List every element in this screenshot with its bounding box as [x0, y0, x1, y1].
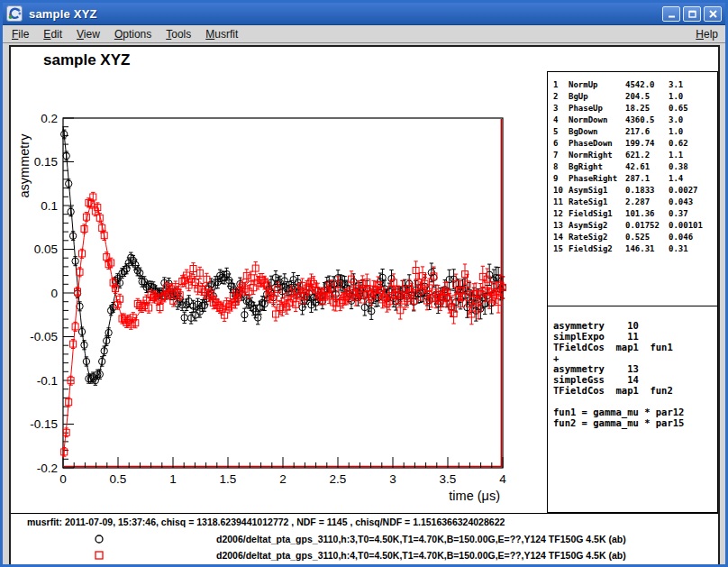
param-error: 1.0 — [669, 126, 717, 138]
param-name: NormRight — [569, 150, 625, 161]
maximize-button[interactable] — [683, 6, 701, 22]
app-window: sample XYZ FileEditViewOptionsToolsM — [0, 0, 728, 567]
param-error: 1.0 — [669, 91, 717, 103]
param-name: RateSig1 — [569, 197, 625, 208]
minimize-button[interactable] — [662, 6, 680, 22]
menu-edit[interactable]: Edit — [36, 26, 69, 42]
param-error: 0.31 — [669, 243, 717, 255]
param-name: PhaseUp — [569, 103, 625, 114]
menubar: FileEditViewOptionsToolsMusrfit Help — [3, 25, 725, 43]
param-row: 5BgDown217.61.0 — [553, 126, 717, 138]
param-row: 11RateSig12.2870.043 — [553, 197, 717, 208]
param-value: 0.1833 — [625, 185, 669, 197]
param-row: 9PhaseRight287.11.4 — [553, 173, 717, 185]
param-row: 7NormRight621.21.1 — [553, 150, 717, 161]
param-number: 11 — [553, 197, 569, 208]
y-tick-label: 0.05 — [34, 242, 58, 256]
menu-items-left: FileEditViewOptionsToolsMusrfit — [5, 26, 245, 42]
param-value: 18.25 — [625, 103, 669, 114]
theory-panel: asymmetry 10 simplExpo 11 TFieldCos map1… — [547, 306, 718, 513]
param-error: 0.38 — [669, 161, 717, 173]
window-controls — [662, 6, 722, 22]
param-name: AsymSig1 — [569, 185, 625, 197]
param-row: 15FieldSig2146.310.31 — [553, 243, 717, 255]
menu-items-right: Help — [688, 26, 725, 42]
close-button[interactable] — [704, 6, 722, 22]
square-marker-icon — [94, 550, 105, 561]
minimize-icon — [667, 9, 677, 19]
legend-row: d2006/deltat_pta_gps_3110,h:4,T0=4.50K,T… — [11, 549, 718, 563]
footer-divider — [11, 513, 718, 514]
x-tick-label: 3 — [389, 472, 396, 486]
param-number: 15 — [553, 243, 569, 255]
param-name: FieldSig1 — [569, 208, 625, 220]
root-logo-icon[interactable] — [6, 5, 23, 22]
x-tick-label: 2.5 — [330, 472, 347, 486]
param-value: 4360.5 — [625, 114, 669, 126]
close-icon — [708, 9, 718, 19]
menu-musrfit[interactable]: Musrfit — [198, 26, 245, 42]
param-number: 12 — [553, 208, 569, 220]
y-tick-label: -0.15 — [30, 417, 58, 431]
param-name: NormDown — [569, 114, 625, 126]
x-tick-label: 1 — [169, 472, 177, 486]
param-row: 12FieldSig1101.360.37 — [553, 208, 717, 220]
param-error: 0.0027 — [669, 185, 717, 197]
window-title: sample XYZ — [29, 7, 97, 21]
param-name: BgUp — [569, 91, 625, 103]
param-value: 0.01752 — [625, 220, 669, 232]
param-row: 3PhaseUp18.250.65 — [553, 103, 717, 114]
param-name: RateSig2 — [569, 232, 625, 243]
y-tick-label: 0.1 — [41, 199, 58, 213]
menu-view[interactable]: View — [69, 26, 107, 42]
histo-down-data-points — [61, 192, 506, 456]
param-number: 4 — [553, 114, 569, 126]
menu-file[interactable]: File — [5, 26, 36, 42]
param-number: 6 — [553, 138, 569, 150]
param-row: 6PhaseDown199.740.62 — [553, 138, 717, 150]
param-name: BgRight — [569, 161, 625, 173]
x-tick-label: 2 — [279, 472, 287, 486]
menu-tools[interactable]: Tools — [159, 26, 198, 42]
plot-frame — [63, 118, 503, 468]
legend-label: d2006/deltat_pta_gps_3110,h:3,T0=4.50K,T… — [216, 534, 626, 544]
fit-parameter-panel: 1NormUp4542.03.12BgUp204.51.03PhaseUp18.… — [547, 71, 718, 306]
param-number: 5 — [553, 126, 569, 138]
x-tick-label: 1.5 — [220, 472, 237, 486]
param-value: 0.525 — [625, 232, 669, 243]
param-error: 0.37 — [669, 208, 717, 220]
titlebar[interactable]: sample XYZ — [3, 3, 725, 25]
fit-stats-line: musrfit: 2011-07-09, 15:37:46, chisq = 1… — [27, 517, 712, 527]
x-axis-title: time (μs) — [449, 489, 500, 503]
param-name: PhaseDown — [569, 138, 625, 150]
param-row: 8BgRight42.610.38 — [553, 161, 717, 173]
menu-options[interactable]: Options — [107, 26, 159, 42]
menu-help[interactable]: Help — [688, 26, 725, 42]
y-tick-label: -0.1 — [37, 374, 58, 388]
param-number: 13 — [553, 220, 569, 232]
plot-svg[interactable]: 00.511.522.533.540.20.150.10.050-0.05-0.… — [11, 47, 551, 516]
y-tick-label: 0.2 — [41, 112, 58, 125]
axis-ticks — [63, 118, 503, 468]
histo-down-theory-line — [63, 203, 503, 458]
legend-row: d2006/deltat_pta_gps_3110,h:3,T0=4.50K,T… — [11, 533, 718, 547]
param-value: 101.36 — [625, 208, 669, 220]
param-value: 42.61 — [625, 161, 669, 173]
y-axis-title: asymmetry — [17, 133, 32, 198]
param-number: 8 — [553, 161, 569, 173]
param-value: 199.74 — [625, 138, 669, 150]
param-number: 2 — [553, 91, 569, 103]
x-tick-label: 0.5 — [110, 472, 127, 486]
param-value: 146.31 — [625, 243, 669, 255]
param-name: FieldSig2 — [569, 243, 625, 255]
param-row: 14RateSig20.5250.046 — [553, 232, 717, 243]
param-name: PhaseRight — [569, 173, 625, 185]
legend-label: d2006/deltat_pta_gps_3110,h:4,T0=4.50K,T… — [216, 550, 626, 561]
param-error: 3.0 — [669, 114, 717, 126]
param-value: 217.6 — [625, 126, 669, 138]
param-error: 1.1 — [669, 150, 717, 161]
y-tick-label: -0.05 — [30, 330, 58, 343]
circle-marker-icon — [94, 534, 105, 544]
param-number: 3 — [553, 103, 569, 114]
param-name: NormUp — [569, 79, 625, 91]
